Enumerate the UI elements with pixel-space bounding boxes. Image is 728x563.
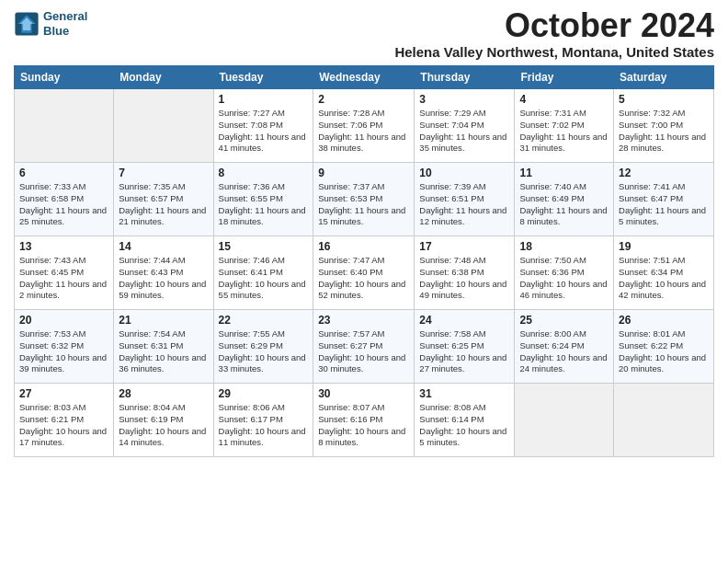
day-number: 11 [519,167,609,179]
calendar-cell: 9Sunrise: 7:37 AM Sunset: 6:53 PM Daylig… [313,163,415,236]
day-of-week-header: Sunday [15,66,114,89]
day-number: 23 [318,314,409,327]
calendar-week-row: 6Sunrise: 7:33 AM Sunset: 6:58 PM Daylig… [15,163,714,236]
calendar-cell: 29Sunrise: 8:06 AM Sunset: 6:17 PM Dayli… [213,384,313,457]
day-info: Sunrise: 7:55 AM Sunset: 6:29 PM Dayligh… [219,328,309,375]
calendar-cell: 26Sunrise: 8:01 AM Sunset: 6:22 PM Dayli… [614,310,714,384]
day-info: Sunrise: 8:08 AM Sunset: 6:14 PM Dayligh… [419,402,509,449]
day-info: Sunrise: 7:46 AM Sunset: 6:41 PM Dayligh… [219,255,309,302]
day-number: 10 [419,167,509,179]
calendar-body: 1Sunrise: 7:27 AM Sunset: 7:08 PM Daylig… [15,89,714,457]
day-number: 18 [519,240,609,253]
calendar-cell: 20Sunrise: 7:53 AM Sunset: 6:32 PM Dayli… [15,310,114,384]
calendar-cell: 6Sunrise: 7:33 AM Sunset: 6:58 PM Daylig… [15,163,114,236]
day-info: Sunrise: 7:58 AM Sunset: 6:25 PM Dayligh… [419,328,509,375]
day-number: 16 [318,240,409,253]
calendar-cell: 23Sunrise: 7:57 AM Sunset: 6:27 PM Dayli… [313,310,415,384]
day-number: 9 [318,167,409,179]
calendar-cell: 14Sunrise: 7:44 AM Sunset: 6:43 PM Dayli… [114,236,213,310]
day-number: 3 [419,93,509,106]
calendar-cell: 13Sunrise: 7:43 AM Sunset: 6:45 PM Dayli… [15,236,114,310]
calendar-cell: 15Sunrise: 7:46 AM Sunset: 6:41 PM Dayli… [213,236,313,310]
calendar-cell: 24Sunrise: 7:58 AM Sunset: 6:25 PM Dayli… [415,310,515,384]
day-of-week-header: Wednesday [313,66,415,89]
day-number: 2 [318,93,409,106]
day-of-week-header: Tuesday [213,66,313,89]
logo-text: General Blue [43,9,87,38]
day-of-week-header: Monday [114,66,213,89]
day-info: Sunrise: 7:53 AM Sunset: 6:32 PM Dayligh… [19,328,108,375]
calendar-cell: 16Sunrise: 7:47 AM Sunset: 6:40 PM Dayli… [313,236,415,310]
day-info: Sunrise: 7:41 AM Sunset: 6:47 PM Dayligh… [619,181,709,228]
day-info: Sunrise: 7:31 AM Sunset: 7:02 PM Dayligh… [519,108,609,155]
day-info: Sunrise: 7:40 AM Sunset: 6:49 PM Dayligh… [519,181,609,228]
month-title: October 2024 [394,9,714,42]
calendar-cell: 18Sunrise: 7:50 AM Sunset: 6:36 PM Dayli… [515,236,614,310]
day-info: Sunrise: 7:48 AM Sunset: 6:38 PM Dayligh… [419,255,509,302]
day-number: 22 [219,314,309,327]
calendar-cell: 30Sunrise: 8:07 AM Sunset: 6:16 PM Dayli… [313,384,415,457]
day-info: Sunrise: 8:07 AM Sunset: 6:16 PM Dayligh… [318,402,409,449]
day-number: 14 [119,240,208,253]
day-info: Sunrise: 8:01 AM Sunset: 6:22 PM Dayligh… [619,328,709,375]
day-info: Sunrise: 7:27 AM Sunset: 7:08 PM Dayligh… [219,108,309,155]
page-header: General Blue October 2024 Helena Valley … [14,9,714,60]
calendar-cell: 3Sunrise: 7:29 AM Sunset: 7:04 PM Daylig… [415,89,515,163]
day-number: 20 [19,314,108,327]
day-number: 19 [619,240,709,253]
calendar-week-row: 1Sunrise: 7:27 AM Sunset: 7:08 PM Daylig… [15,89,714,163]
day-number: 29 [219,387,309,400]
day-number: 4 [519,93,609,106]
day-info: Sunrise: 7:43 AM Sunset: 6:45 PM Dayligh… [19,255,108,302]
day-number: 8 [219,167,309,179]
day-number: 7 [119,167,208,179]
calendar-cell: 31Sunrise: 8:08 AM Sunset: 6:14 PM Dayli… [415,384,515,457]
day-info: Sunrise: 7:37 AM Sunset: 6:53 PM Dayligh… [318,181,409,228]
day-info: Sunrise: 7:32 AM Sunset: 7:00 PM Dayligh… [619,108,709,155]
calendar-cell: 28Sunrise: 8:04 AM Sunset: 6:19 PM Dayli… [114,384,213,457]
calendar-cell: 19Sunrise: 7:51 AM Sunset: 6:34 PM Dayli… [614,236,714,310]
day-of-week-header: Saturday [614,66,714,89]
calendar-cell: 21Sunrise: 7:54 AM Sunset: 6:31 PM Dayli… [114,310,213,384]
calendar-cell: 17Sunrise: 7:48 AM Sunset: 6:38 PM Dayli… [415,236,515,310]
calendar-week-row: 20Sunrise: 7:53 AM Sunset: 6:32 PM Dayli… [15,310,714,384]
day-info: Sunrise: 7:28 AM Sunset: 7:06 PM Dayligh… [318,108,409,155]
calendar-cell: 12Sunrise: 7:41 AM Sunset: 6:47 PM Dayli… [614,163,714,236]
day-info: Sunrise: 8:03 AM Sunset: 6:21 PM Dayligh… [19,402,108,449]
day-number: 1 [219,93,309,106]
day-info: Sunrise: 7:44 AM Sunset: 6:43 PM Dayligh… [119,255,208,302]
calendar-cell [515,384,614,457]
day-info: Sunrise: 7:33 AM Sunset: 6:58 PM Dayligh… [19,181,108,228]
title-area: October 2024 Helena Valley Northwest, Mo… [394,9,714,60]
calendar-cell: 1Sunrise: 7:27 AM Sunset: 7:08 PM Daylig… [213,89,313,163]
location-title: Helena Valley Northwest, Montana, United… [394,44,714,60]
day-number: 21 [119,314,208,327]
day-number: 26 [619,314,709,327]
day-number: 27 [19,387,108,400]
day-number: 25 [519,314,609,327]
calendar-cell: 27Sunrise: 8:03 AM Sunset: 6:21 PM Dayli… [15,384,114,457]
day-info: Sunrise: 7:36 AM Sunset: 6:55 PM Dayligh… [219,181,309,228]
logo: General Blue [14,9,87,38]
day-info: Sunrise: 7:35 AM Sunset: 6:57 PM Dayligh… [119,181,208,228]
day-info: Sunrise: 8:04 AM Sunset: 6:19 PM Dayligh… [119,402,208,449]
day-info: Sunrise: 7:47 AM Sunset: 6:40 PM Dayligh… [318,255,409,302]
day-info: Sunrise: 7:51 AM Sunset: 6:34 PM Dayligh… [619,255,709,302]
day-number: 17 [419,240,509,253]
day-number: 12 [619,167,709,179]
calendar-cell: 10Sunrise: 7:39 AM Sunset: 6:51 PM Dayli… [415,163,515,236]
day-info: Sunrise: 7:29 AM Sunset: 7:04 PM Dayligh… [419,108,509,155]
calendar-cell: 22Sunrise: 7:55 AM Sunset: 6:29 PM Dayli… [213,310,313,384]
day-number: 28 [119,387,208,400]
day-number: 13 [19,240,108,253]
day-info: Sunrise: 7:50 AM Sunset: 6:36 PM Dayligh… [519,255,609,302]
day-of-week-header: Friday [515,66,614,89]
logo-icon [14,11,40,37]
calendar-cell: 25Sunrise: 8:00 AM Sunset: 6:24 PM Dayli… [515,310,614,384]
day-info: Sunrise: 7:39 AM Sunset: 6:51 PM Dayligh… [419,181,509,228]
day-info: Sunrise: 7:54 AM Sunset: 6:31 PM Dayligh… [119,328,208,375]
day-number: 24 [419,314,509,327]
day-number: 6 [19,167,108,179]
day-number: 31 [419,387,509,400]
day-info: Sunrise: 8:06 AM Sunset: 6:17 PM Dayligh… [219,402,309,449]
